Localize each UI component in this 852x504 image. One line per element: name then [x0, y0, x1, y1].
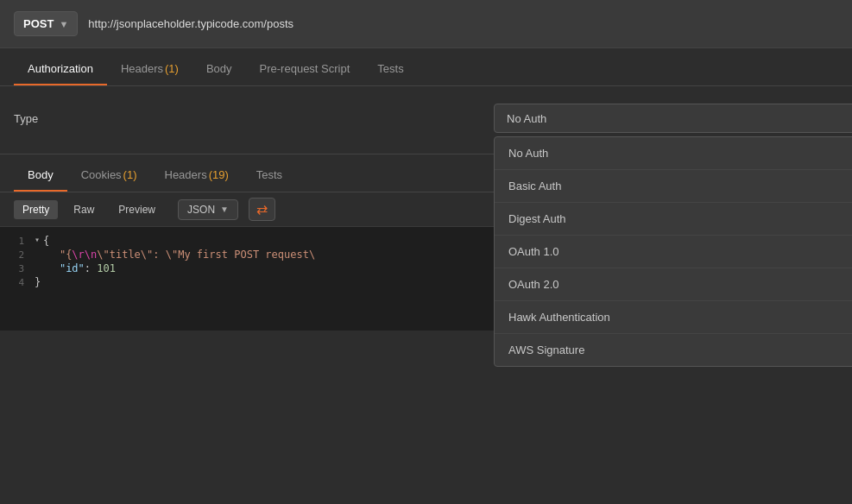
format-chevron-icon: ▼: [220, 205, 229, 214]
editor-mode-raw[interactable]: Raw: [65, 200, 103, 219]
format-label: JSON: [187, 204, 215, 216]
bottom-tab-body[interactable]: Body: [14, 160, 67, 192]
editor-mode-pretty[interactable]: Pretty: [14, 200, 58, 219]
auth-option-hawk[interactable]: Hawk Authentication: [495, 301, 852, 334]
auth-section: Type No Auth ⌄ No Auth Basic Auth Digest…: [0, 86, 852, 150]
wrap-button[interactable]: ⇄: [249, 198, 275, 221]
bottom-tab-cookies[interactable]: Cookies(1): [67, 160, 151, 192]
bottom-tab-headers[interactable]: Headers(19): [151, 160, 243, 192]
auth-option-noauth[interactable]: No Auth: [495, 137, 852, 170]
auth-option-basicauth[interactable]: Basic Auth: [495, 170, 852, 203]
url-input[interactable]: [88, 17, 838, 30]
auth-option-digestauth[interactable]: Digest Auth: [495, 203, 852, 236]
tab-tests[interactable]: Tests: [363, 54, 417, 85]
method-chevron: ▼: [59, 19, 68, 29]
tab-headers[interactable]: Headers(1): [107, 54, 192, 85]
editor-mode-preview[interactable]: Preview: [110, 200, 164, 219]
top-tab-bar: Authorization Headers(1) Body Pre-reques…: [0, 48, 852, 86]
tab-prerequest[interactable]: Pre-request Script: [246, 54, 364, 85]
auth-option-oauth2[interactable]: OAuth 2.0: [495, 268, 852, 301]
auth-option-aws[interactable]: AWS Signature: [495, 334, 852, 366]
type-label: Type: [14, 112, 66, 125]
auth-option-oauth1[interactable]: OAuth 1.0: [495, 236, 852, 268]
auth-select-button[interactable]: No Auth ⌄: [494, 104, 852, 133]
auth-dropdown-menu: No Auth Basic Auth Digest Auth OAuth 1.0…: [494, 136, 852, 367]
bottom-tab-tests[interactable]: Tests: [243, 160, 296, 192]
format-selector[interactable]: JSON ▼: [178, 199, 238, 220]
method-label: POST: [23, 17, 54, 30]
auth-dropdown-wrapper: No Auth ⌄ No Auth Basic Auth Digest Auth…: [494, 104, 852, 133]
url-bar: POST ▼: [0, 0, 852, 48]
tab-body[interactable]: Body: [192, 54, 246, 85]
tab-authorization[interactable]: Authorization: [14, 54, 107, 85]
auth-selected-value: No Auth: [507, 112, 546, 125]
method-selector[interactable]: POST ▼: [14, 11, 78, 36]
